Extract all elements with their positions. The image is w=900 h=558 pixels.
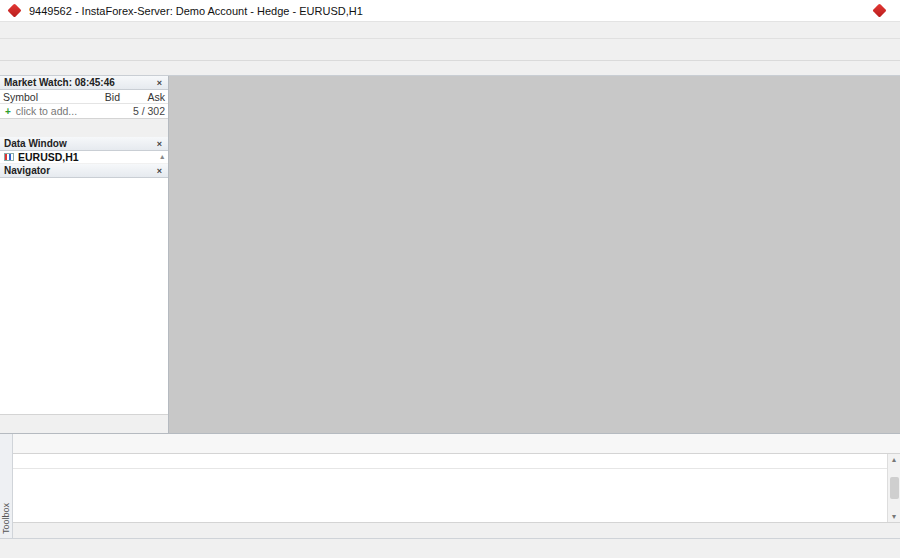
- navigator-title: Navigator: [4, 165, 50, 176]
- toolbox-side-strip[interactable]: Toolbox: [0, 434, 13, 538]
- app-logo-icon: [7, 3, 21, 17]
- data-window-instrument[interactable]: EURUSD,H1 ▴: [0, 151, 168, 164]
- market-watch-title: Market Watch: 08:45:46: [4, 77, 115, 88]
- signals-scrollbar[interactable]: ▴ ▾: [887, 454, 900, 522]
- scroll-up-icon[interactable]: ▴: [160, 153, 164, 161]
- toolbox-bottom-tabs: [13, 522, 900, 538]
- signals-table-rows: [13, 469, 900, 522]
- title-bar: 9449562 - InstaForex-Server: Demo Accoun…: [0, 0, 900, 22]
- data-window-panel: Data Window × EURUSD,H1 ▴: [0, 137, 168, 164]
- chart-file-icon: [4, 153, 14, 161]
- left-panel-stack: Market Watch: 08:45:46 × Symbol Bid Ask …: [0, 76, 169, 433]
- close-icon[interactable]: ×: [155, 166, 164, 176]
- toolbox-side-label: Toolbox: [1, 503, 11, 534]
- navigator-tree: [0, 178, 168, 414]
- toolbox-panel: Toolbox ▴ ▾: [0, 433, 900, 538]
- signals-table-header: [13, 454, 900, 469]
- metaquotes-logo-icon: [872, 3, 886, 17]
- column-ask[interactable]: Ask: [120, 91, 165, 103]
- navigator-caption: Navigator ×: [0, 164, 168, 178]
- symbol-count: 5 / 302: [133, 105, 165, 117]
- column-bid[interactable]: Bid: [75, 91, 120, 103]
- signals-tab-bar: [13, 434, 900, 454]
- chart-workspace: [169, 76, 900, 433]
- window-title: 9449562 - InstaForex-Server: Demo Accoun…: [29, 5, 871, 17]
- scroll-down-icon[interactable]: ▾: [892, 512, 896, 521]
- instrument-label: EURUSD,H1: [18, 151, 79, 163]
- status-bar: [0, 538, 900, 558]
- timeframe-bar: [0, 61, 900, 76]
- metatrader-window: 9449562 - InstaForex-Server: Demo Accoun…: [0, 0, 900, 558]
- column-symbol[interactable]: Symbol: [3, 91, 75, 103]
- add-symbol-icon[interactable]: +: [5, 106, 11, 117]
- toolbar: [0, 39, 900, 61]
- navigator-tabs: [0, 414, 168, 433]
- navigator-panel: Navigator ×: [0, 164, 168, 433]
- signals-panel: ▴ ▾: [13, 434, 900, 538]
- data-window-caption: Data Window ×: [0, 137, 168, 151]
- market-watch-add-row[interactable]: + click to add... 5 / 302: [0, 104, 168, 118]
- market-watch-tabs: [0, 118, 168, 137]
- close-icon[interactable]: ×: [155, 139, 164, 149]
- market-watch-caption: Market Watch: 08:45:46 ×: [0, 76, 168, 90]
- data-window-title: Data Window: [4, 138, 67, 149]
- add-symbol-label[interactable]: click to add...: [16, 105, 77, 117]
- close-icon[interactable]: ×: [155, 78, 164, 88]
- scroll-up-icon[interactable]: ▴: [892, 455, 896, 464]
- market-watch-panel: Market Watch: 08:45:46 × Symbol Bid Ask …: [0, 76, 168, 137]
- menu-bar: [0, 22, 900, 39]
- market-watch-header: Symbol Bid Ask: [0, 90, 168, 104]
- scrollbar-thumb[interactable]: [890, 477, 899, 499]
